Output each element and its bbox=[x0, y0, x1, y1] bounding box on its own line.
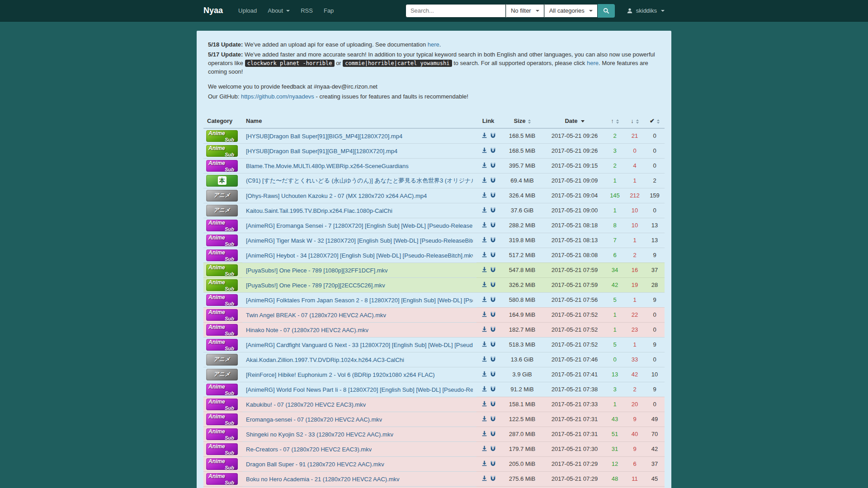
category-icon[interactable]: AnimeSub bbox=[206, 473, 238, 485]
download-icon[interactable] bbox=[481, 252, 487, 259]
filter-select[interactable]: No filter bbox=[506, 4, 544, 18]
download-icon[interactable] bbox=[481, 401, 487, 408]
magnet-icon[interactable] bbox=[490, 401, 496, 408]
magnet-icon[interactable] bbox=[490, 431, 496, 438]
download-icon[interactable] bbox=[481, 326, 487, 333]
magnet-icon[interactable] bbox=[490, 416, 496, 423]
download-icon[interactable] bbox=[481, 237, 487, 244]
magnet-icon[interactable] bbox=[490, 475, 496, 483]
search-button[interactable] bbox=[598, 4, 615, 18]
magnet-icon[interactable] bbox=[490, 326, 496, 333]
header-leechers-sort[interactable]: ↓ bbox=[625, 114, 645, 128]
category-icon[interactable]: AnimeSub bbox=[206, 384, 238, 395]
download-icon[interactable] bbox=[481, 282, 487, 289]
download-icon[interactable] bbox=[481, 192, 487, 199]
torrent-link[interactable]: [HYSUB]Dragon Ball Super[91][BIG5_MP4][1… bbox=[246, 133, 402, 140]
header-size-sort[interactable]: Size bbox=[500, 114, 544, 128]
category-icon[interactable]: AnimeSub bbox=[206, 249, 238, 261]
torrent-link[interactable]: [Ohys-Raws] Uchouten Kazoku 2 - 07 (MX 1… bbox=[246, 192, 427, 199]
nav-rss[interactable]: RSS bbox=[295, 0, 318, 22]
magnet-icon[interactable] bbox=[490, 356, 496, 363]
download-icon[interactable] bbox=[481, 311, 487, 319]
download-icon[interactable] bbox=[481, 356, 487, 363]
torrent-link[interactable]: [AnimeRG] Tiger Mask W - 32 [1280X720] [… bbox=[246, 237, 473, 244]
category-icon[interactable]: アニメ bbox=[206, 369, 238, 380]
download-icon[interactable] bbox=[481, 162, 487, 169]
torrent-link[interactable]: Re-Creators - 07 (1280x720 HEVC2 EAC3).m… bbox=[246, 446, 372, 453]
category-icon[interactable]: AnimeSub bbox=[206, 428, 238, 440]
torrent-link[interactable]: [AnimeRG] Heybot - 34 [1280X720] [Englis… bbox=[246, 252, 473, 259]
category-icon[interactable]: AnimeSub bbox=[206, 339, 238, 351]
category-icon[interactable]: AnimeSub bbox=[206, 443, 238, 455]
download-icon[interactable] bbox=[481, 267, 487, 274]
category-icon[interactable]: AnimeSub bbox=[206, 264, 238, 276]
magnet-icon[interactable] bbox=[490, 460, 496, 468]
torrent-link[interactable]: Boku no Hero Academia - 21 (1280x720 HEV… bbox=[246, 476, 400, 483]
user-menu[interactable]: skiddiks bbox=[627, 7, 665, 14]
torrent-link[interactable]: [ReinForce] Hibike! Euphonium 2 - Vol 6 … bbox=[246, 371, 435, 378]
download-icon[interactable] bbox=[481, 386, 487, 393]
category-select[interactable]: All categories bbox=[544, 4, 598, 18]
magnet-icon[interactable] bbox=[490, 282, 496, 289]
download-icon[interactable] bbox=[481, 371, 487, 378]
category-icon[interactable]: AnimeSub bbox=[206, 324, 238, 336]
download-icon[interactable] bbox=[481, 460, 487, 468]
torrent-link[interactable]: Blame.The.Movie.MULTi.480p.WEBRip.x264-S… bbox=[246, 163, 409, 169]
torrent-link[interactable]: [PuyaSubs!] One Piece - 789 [720p][2ECC5… bbox=[246, 282, 385, 289]
search-input[interactable] bbox=[406, 4, 506, 18]
download-icon[interactable] bbox=[481, 207, 487, 214]
category-icon[interactable]: AnimeSub bbox=[206, 145, 238, 157]
torrent-link[interactable]: Kabukibu! - 07 (1280x720 HEVC2 EAC3).mkv bbox=[246, 401, 366, 408]
magnet-icon[interactable] bbox=[490, 341, 496, 348]
download-icon[interactable] bbox=[481, 222, 487, 229]
brand-link[interactable]: Nyaa bbox=[203, 6, 223, 15]
magnet-icon[interactable] bbox=[490, 222, 496, 229]
torrent-link[interactable]: (C91) [すた〜だすとくれいどる (永山ゆうのん)] あなたと夢見る水色世界… bbox=[246, 177, 473, 185]
category-icon[interactable]: アニメ bbox=[206, 354, 238, 366]
nav-fap[interactable]: Fap bbox=[318, 0, 339, 22]
magnet-icon[interactable] bbox=[490, 267, 496, 274]
torrent-link[interactable]: Kaitou.Saint.Tail.1995.TV.BDrip.x264.Fla… bbox=[246, 207, 392, 214]
torrent-link[interactable]: [HYSUB]Dragon Ball Super[91][GB_MP4][128… bbox=[246, 148, 397, 155]
magnet-icon[interactable] bbox=[490, 192, 496, 199]
category-icon[interactable]: AnimeSub bbox=[206, 279, 238, 291]
magnet-icon[interactable] bbox=[490, 386, 496, 393]
category-icon[interactable]: AnimeSub bbox=[206, 235, 238, 246]
download-icon[interactable] bbox=[481, 446, 487, 453]
category-icon[interactable]: AnimeSub bbox=[206, 309, 238, 321]
header-completed-sort[interactable]: ✔ bbox=[645, 114, 665, 128]
download-icon[interactable] bbox=[481, 132, 487, 140]
category-icon[interactable]: AnimeSub bbox=[206, 399, 238, 410]
category-icon[interactable]: AnimeSub bbox=[206, 413, 238, 425]
download-icon[interactable] bbox=[481, 431, 487, 438]
nav-upload[interactable]: Upload bbox=[233, 0, 262, 22]
category-icon[interactable]: AnimeSub bbox=[206, 294, 238, 306]
torrent-link[interactable]: Shingeki no Kyojin S2 - 33 (1280x720 HEV… bbox=[246, 431, 393, 438]
header-seeders-sort[interactable]: ↑ bbox=[605, 114, 625, 128]
magnet-icon[interactable] bbox=[490, 296, 496, 304]
torrent-link[interactable]: [AnimeRG] Eromanga Sensei - 7 [1280X720]… bbox=[246, 222, 473, 229]
torrent-link[interactable]: Hinako Note - 07 (1280x720 HEVC2 AAC).mk… bbox=[246, 327, 368, 333]
download-icon[interactable] bbox=[481, 296, 487, 304]
torrent-link[interactable]: [AnimeRG] Folktales From Japan Season 2 … bbox=[246, 297, 473, 304]
category-icon[interactable]: アニメ bbox=[206, 190, 238, 202]
magnet-icon[interactable] bbox=[490, 207, 496, 214]
download-icon[interactable] bbox=[481, 147, 487, 155]
torrent-link[interactable]: [PuyaSubs!] One Piece - 789 [1080p][32FF… bbox=[246, 267, 388, 274]
download-icon[interactable] bbox=[481, 341, 487, 348]
operators-link[interactable]: here bbox=[587, 60, 599, 66]
header-date-sort[interactable]: Date bbox=[544, 114, 605, 128]
magnet-icon[interactable] bbox=[490, 147, 496, 155]
torrent-link[interactable]: Eromanga-sensei - 07 (1280x720 HEVC2 AAC… bbox=[246, 416, 382, 423]
category-icon[interactable]: 本 bbox=[206, 175, 238, 187]
category-icon[interactable]: AnimeSub bbox=[206, 458, 238, 470]
magnet-icon[interactable] bbox=[490, 252, 496, 259]
torrent-link[interactable]: [AnimeRG] World Fool News Part Ii - 8 [1… bbox=[246, 386, 473, 393]
torrent-link[interactable]: Dragon Ball Super - 91 (1280x720 HEVC2 A… bbox=[246, 461, 384, 468]
download-icon[interactable] bbox=[481, 475, 487, 483]
magnet-icon[interactable] bbox=[490, 162, 496, 169]
category-icon[interactable]: AnimeSub bbox=[206, 130, 238, 142]
torrent-link[interactable]: Akai.Kodan.Zillion.1997.TV.DVDRip.1024x.… bbox=[246, 357, 404, 363]
nav-about[interactable]: About bbox=[262, 0, 295, 22]
torrent-link[interactable]: Twin Angel BREAK - 07 (1280x720 HEVC2 AA… bbox=[246, 312, 386, 319]
